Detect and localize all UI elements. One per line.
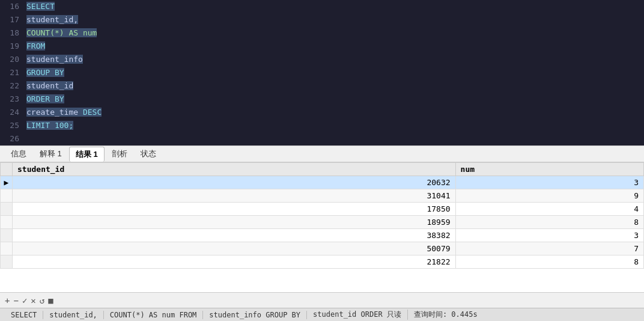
col-indicator bbox=[1, 163, 13, 176]
line-number: 20 bbox=[0, 53, 24, 66]
toolbar-btn-1[interactable]: − bbox=[13, 296, 18, 305]
table-header: student_idnum bbox=[1, 163, 644, 176]
code-line: 16SELECT bbox=[0, 0, 644, 13]
code-line: 26 bbox=[0, 132, 644, 145]
status-segment-5: 查询时间: 0.445s bbox=[408, 310, 484, 320]
line-content: student_id, bbox=[24, 13, 644, 26]
cell-student_id-2: 17850 bbox=[13, 203, 456, 216]
line-content: ORDER BY bbox=[24, 93, 644, 106]
cell-num-2: 4 bbox=[455, 203, 643, 216]
cell-student_id-4: 38382 bbox=[13, 229, 456, 242]
tabs-bar: 信息解释 1结果 1剖析状态 bbox=[0, 145, 644, 162]
bottom-toolbar: +−✓✕↺■ bbox=[0, 292, 644, 308]
toolbar-btn-2[interactable]: ✓ bbox=[22, 296, 27, 305]
row-indicator bbox=[1, 216, 13, 229]
code-line: 24 create_time DESC bbox=[0, 106, 644, 119]
line-content: COUNT(*) AS num bbox=[24, 26, 644, 40]
toolbar-btn-3[interactable]: ✕ bbox=[31, 296, 35, 305]
table-row[interactable]: ▶206323 bbox=[1, 176, 644, 189]
cell-student_id-5: 50079 bbox=[13, 242, 456, 255]
toolbar-btn-5[interactable]: ■ bbox=[48, 296, 53, 305]
row-indicator bbox=[1, 229, 13, 242]
table-row[interactable]: 383823 bbox=[1, 229, 644, 242]
line-content: FROM bbox=[24, 40, 644, 53]
code-line: 20 student_info bbox=[0, 53, 644, 66]
status-segment-1: student_id, bbox=[43, 311, 103, 319]
line-number: 16 bbox=[0, 0, 24, 13]
toolbar-btn-0[interactable]: + bbox=[5, 296, 10, 305]
tab-2[interactable]: 结果 1 bbox=[69, 147, 105, 162]
table-body: ▶206323310419178504189598383823500797218… bbox=[1, 176, 644, 269]
line-content: student_id bbox=[24, 79, 644, 93]
code-line: 21GROUP BY bbox=[0, 66, 644, 79]
line-content: student_info bbox=[24, 53, 644, 66]
line-number: 23 bbox=[0, 93, 24, 106]
cell-num-6: 8 bbox=[455, 255, 643, 269]
line-number: 21 bbox=[0, 66, 24, 79]
tab-4[interactable]: 状态 bbox=[135, 147, 162, 161]
line-content: GROUP BY bbox=[24, 66, 644, 79]
tab-1[interactable]: 解释 1 bbox=[34, 147, 68, 161]
row-indicator bbox=[1, 189, 13, 203]
status-segment-3: student_info GROUP BY bbox=[203, 311, 307, 319]
tab-3[interactable]: 剖析 bbox=[106, 147, 133, 161]
table-row[interactable]: 310419 bbox=[1, 189, 644, 203]
table-row[interactable]: 178504 bbox=[1, 203, 644, 216]
line-number: 25 bbox=[0, 119, 24, 132]
cell-student_id-0: 20632 bbox=[13, 176, 456, 189]
cell-student_id-3: 18959 bbox=[13, 216, 456, 229]
result-table: student_idnum ▶2063233104191785041895983… bbox=[0, 162, 644, 269]
col-header-num: num bbox=[455, 163, 643, 176]
row-indicator bbox=[1, 203, 13, 216]
result-area[interactable]: student_idnum ▶2063233104191785041895983… bbox=[0, 162, 644, 292]
table-row[interactable]: 189598 bbox=[1, 216, 644, 229]
cell-student_id-1: 31041 bbox=[13, 189, 456, 203]
code-line: 17 student_id, bbox=[0, 13, 644, 26]
line-content: SELECT bbox=[24, 0, 644, 13]
line-number: 22 bbox=[0, 79, 24, 93]
line-content: LIMIT 100; bbox=[24, 119, 644, 132]
cell-num-4: 3 bbox=[455, 229, 643, 242]
table-row[interactable]: 218228 bbox=[1, 255, 644, 269]
line-number: 18 bbox=[0, 26, 24, 40]
code-editor[interactable]: 16SELECT17 student_id,18 COUNT(*) AS num… bbox=[0, 0, 644, 145]
line-number: 17 bbox=[0, 13, 24, 26]
code-lines: 16SELECT17 student_id,18 COUNT(*) AS num… bbox=[0, 0, 644, 145]
code-line: 22 student_id bbox=[0, 79, 644, 93]
code-line: 18 COUNT(*) AS num bbox=[0, 26, 644, 40]
code-line: 25 LIMIT 100; bbox=[0, 119, 644, 132]
status-segment-0: SELECT bbox=[5, 311, 43, 319]
col-header-student_id: student_id bbox=[13, 163, 456, 176]
cell-num-3: 8 bbox=[455, 216, 643, 229]
status-bar: SELECTstudent_id,COUNT(*) AS num FROMstu… bbox=[0, 308, 644, 321]
line-content: create_time DESC bbox=[24, 106, 644, 119]
table-row[interactable]: 500797 bbox=[1, 242, 644, 255]
row-indicator: ▶ bbox=[1, 176, 13, 189]
cell-num-1: 9 bbox=[455, 189, 643, 203]
cell-num-0: 3 bbox=[455, 176, 643, 189]
status-segment-4: student_id ORDER 只读 bbox=[307, 310, 408, 320]
code-line: 19FROM bbox=[0, 40, 644, 53]
line-number: 26 bbox=[0, 132, 24, 145]
line-content bbox=[24, 132, 644, 145]
code-line: 23ORDER BY bbox=[0, 93, 644, 106]
row-indicator bbox=[1, 255, 13, 269]
line-number: 24 bbox=[0, 106, 24, 119]
toolbar-btn-4[interactable]: ↺ bbox=[40, 296, 44, 305]
tab-0[interactable]: 信息 bbox=[5, 147, 32, 161]
cell-student_id-6: 21822 bbox=[13, 255, 456, 269]
row-indicator bbox=[1, 242, 13, 255]
status-segment-2: COUNT(*) AS num FROM bbox=[104, 311, 204, 319]
cell-num-5: 7 bbox=[455, 242, 643, 255]
line-number: 19 bbox=[0, 40, 24, 53]
